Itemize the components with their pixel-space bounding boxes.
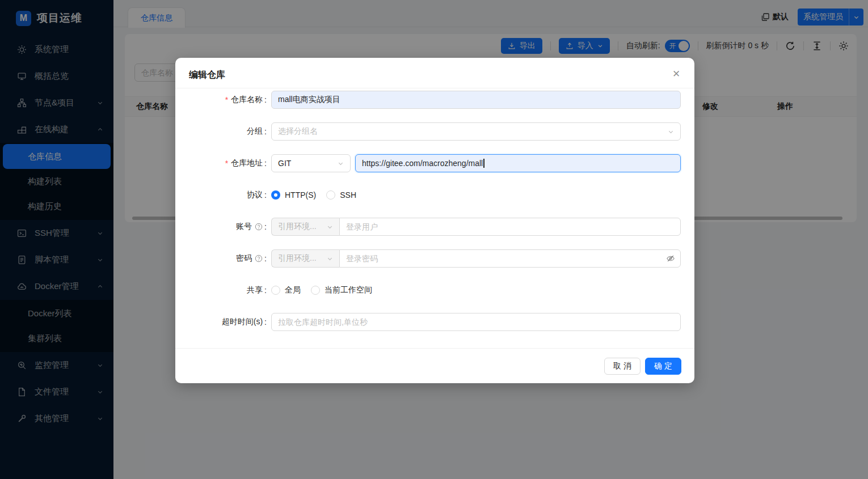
- question-circle-icon[interactable]: [255, 255, 263, 262]
- repository-url-value: https://gitee.com/macrozheng/mall: [362, 159, 483, 168]
- radio-dot: [326, 190, 335, 200]
- password-env-select[interactable]: 引用环境...: [271, 249, 339, 268]
- password-input[interactable]: [339, 249, 681, 268]
- chevron-down-icon: [668, 129, 674, 135]
- protocol-radio-https[interactable]: HTTP(S): [271, 190, 316, 200]
- form-row-password: 密码 : 引用环境...: [189, 249, 681, 268]
- share-radio-global[interactable]: 全局: [271, 285, 301, 295]
- account-env-value: 引用环境...: [278, 222, 317, 232]
- group-label: 分组:: [189, 126, 267, 137]
- account-label: 账号 :: [189, 222, 267, 232]
- radio-dot: [271, 190, 280, 200]
- confirm-button[interactable]: 确 定: [645, 358, 681, 375]
- password-label: 密码 :: [189, 253, 267, 264]
- divider: [175, 88, 694, 88]
- cancel-button[interactable]: 取 消: [604, 358, 641, 375]
- required-mark: *: [225, 95, 228, 104]
- repository-name-input[interactable]: [271, 91, 681, 109]
- protocol-radio-ssh[interactable]: SSH: [326, 190, 356, 200]
- radio-dot: [271, 286, 280, 295]
- form-row-url: * 仓库地址: GIT https://gitee.com/macrozheng…: [189, 154, 681, 172]
- share-label: 共享:: [189, 285, 267, 295]
- edit-repository-modal: 编辑仓库 ✕ * 仓库名称: 分组: 选择分组名: [175, 58, 694, 383]
- name-label: * 仓库名称:: [189, 95, 267, 105]
- form-row-name: * 仓库名称:: [189, 91, 681, 109]
- form-row-timeout: 超时时间(s):: [189, 313, 681, 331]
- question-circle-icon[interactable]: [255, 223, 263, 231]
- group-select-placeholder: 选择分组名: [278, 126, 318, 137]
- close-icon[interactable]: ✕: [669, 67, 683, 80]
- group-select[interactable]: 选择分组名: [271, 122, 681, 141]
- required-mark: *: [225, 159, 228, 168]
- form-row-protocol: 协议: HTTP(S) SSH: [189, 186, 681, 204]
- protocol-label: 协议:: [189, 190, 267, 200]
- edit-repository-form: * 仓库名称: 分组: 选择分组名 *: [175, 91, 694, 345]
- share-radio-current-workspace[interactable]: 当前工作空间: [311, 285, 372, 295]
- form-row-group: 分组: 选择分组名: [189, 122, 681, 141]
- repository-url-input[interactable]: https://gitee.com/macrozheng/mall: [355, 154, 681, 172]
- timeout-input[interactable]: [271, 313, 681, 331]
- form-row-account: 账号 : 引用环境...: [189, 218, 681, 236]
- account-input[interactable]: [339, 218, 681, 236]
- url-label: * 仓库地址:: [189, 158, 267, 168]
- modal-footer: 取 消 确 定: [175, 349, 694, 383]
- repo-type-select[interactable]: GIT: [271, 154, 351, 172]
- modal-title: 编辑仓库: [189, 69, 225, 81]
- account-env-select[interactable]: 引用环境...: [271, 218, 339, 236]
- password-env-value: 引用环境...: [278, 253, 317, 264]
- repo-type-value: GIT: [278, 159, 291, 168]
- timeout-label: 超时时间(s):: [189, 317, 267, 327]
- text-cursor: [483, 159, 484, 168]
- chevron-down-icon: [338, 160, 344, 167]
- radio-dot: [311, 286, 320, 295]
- form-row-share: 共享: 全局 当前工作空间: [189, 281, 681, 299]
- chevron-down-icon: [327, 256, 333, 262]
- chevron-down-icon: [327, 224, 333, 230]
- eye-invisible-icon[interactable]: [666, 254, 675, 263]
